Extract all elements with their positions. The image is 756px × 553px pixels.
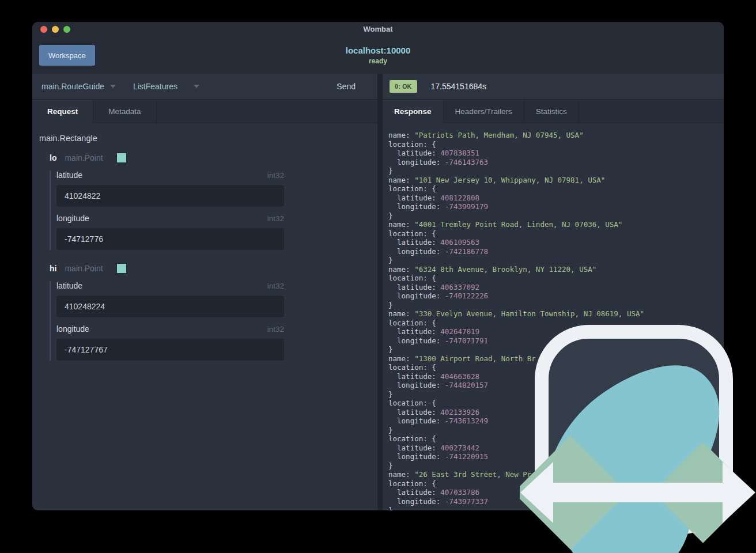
response-line: } bbox=[388, 301, 724, 310]
field-label-row: latitudeint32 bbox=[56, 281, 284, 290]
response-line: name: "6324 8th Avenue, Brooklyn, NY 112… bbox=[388, 265, 724, 274]
server-address: localhost:10000 bbox=[346, 46, 411, 55]
message-type-label: main.Rectangle bbox=[39, 134, 377, 143]
group-header: himain.Point bbox=[50, 263, 377, 274]
request-pane: main.RouteGuide ListFeatures Send Reques… bbox=[32, 74, 377, 510]
field-input-hi-longitude[interactable] bbox=[56, 339, 284, 361]
field-input-lo-latitude[interactable] bbox=[56, 185, 284, 207]
method-selector-label: ListFeatures bbox=[133, 82, 177, 91]
group-enabled-checkbox[interactable] bbox=[116, 263, 127, 274]
request-toolbar: main.RouteGuide ListFeatures Send bbox=[32, 74, 377, 100]
response-line: location: { bbox=[388, 184, 724, 194]
window-title: Wombat bbox=[32, 25, 724, 33]
tab-request[interactable]: Request bbox=[32, 100, 93, 123]
field-group-lo: lomain.Pointlatitudeint32longitudeint32 bbox=[50, 152, 377, 250]
response-line: } bbox=[388, 256, 724, 265]
field-label: longitude bbox=[56, 214, 89, 223]
group-field-type: main.Point bbox=[65, 153, 103, 162]
wombat-logo-watermark bbox=[520, 324, 756, 553]
response-tabs: Response Headers/Trailers Statistics bbox=[383, 100, 724, 123]
group-fields: latitudeint32longitudeint32 bbox=[50, 281, 377, 361]
request-form: main.Rectangle lomain.Pointlatitudeint32… bbox=[32, 123, 377, 361]
group-field-type: main.Point bbox=[65, 264, 103, 273]
chevron-down-icon bbox=[110, 85, 116, 88]
call-duration: 17.554151684s bbox=[431, 82, 487, 91]
group-fields: latitudeint32longitudeint32 bbox=[50, 171, 377, 250]
response-line: name: "101 New Jersey 10, Whippany, NJ 0… bbox=[388, 176, 724, 185]
chevron-down-icon bbox=[194, 85, 199, 88]
response-line: location: { bbox=[388, 274, 724, 283]
field-label-row: longitudeint32 bbox=[56, 324, 284, 334]
response-line: } bbox=[388, 211, 724, 221]
response-line: latitude: 406337092 bbox=[388, 283, 724, 292]
service-selector-label: main.RouteGuide bbox=[41, 82, 104, 91]
response-line: name: "330 Evelyn Avenue, Hamilton Towns… bbox=[388, 309, 724, 319]
response-line: latitude: 407838351 bbox=[388, 149, 724, 158]
method-selector[interactable]: ListFeatures bbox=[133, 82, 199, 91]
field-label-row: latitudeint32 bbox=[56, 171, 284, 180]
field-type-label: int32 bbox=[267, 171, 284, 180]
response-line: name: "Patriots Path, Mendham, NJ 07945,… bbox=[388, 131, 724, 140]
server-block: localhost:10000 ready bbox=[32, 37, 724, 74]
response-line: } bbox=[388, 166, 724, 176]
titlebar: Wombat bbox=[32, 22, 724, 37]
field-type-label: int32 bbox=[267, 214, 284, 223]
response-line: longitude: -742186778 bbox=[388, 247, 724, 256]
field-type-label: int32 bbox=[267, 325, 284, 334]
response-line: location: { bbox=[388, 229, 724, 238]
request-content: main.Rectangle lomain.Pointlatitudeint32… bbox=[32, 123, 377, 510]
pane-divider[interactable] bbox=[377, 74, 383, 510]
tab-response[interactable]: Response bbox=[383, 100, 444, 123]
group-enabled-checkbox[interactable] bbox=[116, 152, 127, 164]
tab-statistics[interactable]: Statistics bbox=[524, 100, 579, 123]
response-line: latitude: 406109563 bbox=[388, 238, 724, 247]
header: Workspace localhost:10000 ready bbox=[32, 37, 724, 74]
field-label: longitude bbox=[56, 324, 89, 334]
field-group-hi: himain.Pointlatitudeint32longitudeint32 bbox=[50, 263, 377, 361]
tab-metadata[interactable]: Metadata bbox=[93, 100, 156, 123]
field-type-label: int32 bbox=[267, 282, 284, 290]
request-tabs: Request Metadata bbox=[32, 100, 377, 123]
field-label: latitude bbox=[56, 171, 82, 180]
group-field-name: lo bbox=[50, 153, 56, 162]
status-badge: 0: OK bbox=[390, 80, 417, 93]
field-input-hi-latitude[interactable] bbox=[56, 296, 284, 317]
screenshot-canvas: { "window": { "title": "Wombat" }, "head… bbox=[0, 0, 756, 553]
group-field-name: hi bbox=[50, 264, 56, 273]
response-line: longitude: -746143763 bbox=[388, 158, 724, 167]
response-line: latitude: 408122808 bbox=[388, 194, 724, 203]
field-label-row: longitudeint32 bbox=[56, 214, 284, 223]
group-header: lomain.Point bbox=[50, 152, 377, 164]
response-line: longitude: -740122226 bbox=[388, 291, 724, 301]
response-line: name: "4001 Tremley Point Road, Linden, … bbox=[388, 220, 724, 229]
field-input-lo-longitude[interactable] bbox=[56, 228, 284, 250]
response-toolbar: 0: OK 17.554151684s bbox=[383, 74, 724, 100]
field-groups: lomain.Pointlatitudeint32longitudeint32h… bbox=[39, 152, 377, 361]
tab-headers-trailers[interactable]: Headers/Trailers bbox=[444, 100, 524, 123]
response-line: location: { bbox=[388, 140, 724, 149]
service-selector[interactable]: main.RouteGuide bbox=[41, 82, 116, 91]
field-label: latitude bbox=[56, 281, 82, 290]
response-line: longitude: -743999179 bbox=[388, 202, 724, 211]
server-status: ready bbox=[369, 57, 387, 65]
send-button[interactable]: Send bbox=[335, 79, 357, 93]
